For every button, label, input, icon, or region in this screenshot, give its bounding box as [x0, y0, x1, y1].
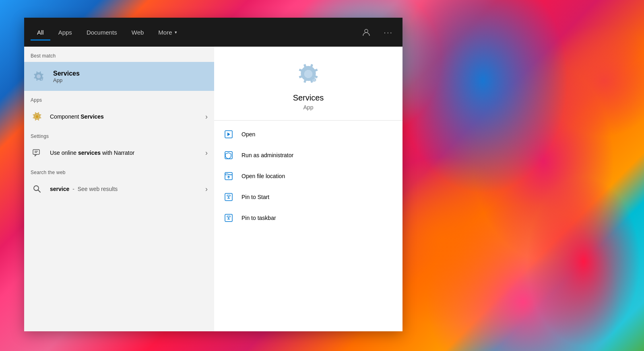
svg-rect-4: [33, 150, 39, 154]
web-search-text: service - See web results: [50, 186, 199, 192]
web-search-chevron: [205, 185, 208, 193]
services-icon: [31, 68, 47, 84]
pin-to-start-label: Pin to Start: [242, 194, 269, 200]
best-match-services[interactable]: Services App: [24, 62, 214, 91]
component-services-item[interactable]: Component Services: [24, 106, 214, 127]
open-icon: [224, 129, 233, 139]
nav-bar: All Apps Documents Web More ▾: [24, 18, 402, 47]
open-file-location-action[interactable]: Open file location: [214, 166, 402, 187]
services-large-icon: [295, 60, 322, 88]
svg-point-9: [304, 70, 312, 78]
svg-point-1: [37, 74, 41, 78]
best-match-title: Services: [53, 70, 208, 77]
svg-point-3: [35, 115, 39, 118]
action-list: Open Run as administrator: [214, 121, 402, 232]
svg-point-0: [365, 29, 368, 33]
narrator-services-item[interactable]: Use online services with Narrator: [24, 142, 214, 163]
best-match-subtitle: App: [53, 77, 208, 83]
run-as-admin-label: Run as administrator: [242, 152, 293, 158]
apps-section-label: Apps: [24, 91, 214, 106]
svg-rect-16: [227, 195, 230, 196]
pin-taskbar-icon: [224, 213, 233, 223]
run-as-admin-action[interactable]: Run as administrator: [214, 145, 402, 166]
app-name: Services: [293, 93, 324, 103]
pin-start-icon: [224, 192, 233, 202]
component-services-icon: [31, 110, 43, 123]
pin-start-svg: [224, 193, 233, 201]
content-area: Best match: [24, 47, 402, 331]
more-options-button[interactable]: ···: [380, 26, 396, 39]
user-icon: [362, 28, 371, 37]
user-account-button[interactable]: [359, 26, 374, 38]
ellipsis-icon: ···: [384, 28, 393, 37]
tab-all[interactable]: All: [31, 26, 50, 39]
component-services-text: Component Services: [50, 113, 199, 120]
pin-to-taskbar-label: Pin to taskbar: [242, 215, 276, 221]
svg-point-2: [41, 79, 42, 80]
pin-to-start-action[interactable]: Pin to Start: [214, 187, 402, 207]
svg-point-10: [314, 79, 315, 81]
settings-section-label: Settings: [24, 127, 214, 142]
best-match-label: Best match: [24, 47, 214, 62]
nav-tabs: All Apps Documents Web More ▾: [31, 26, 359, 39]
left-panel: Best match: [24, 47, 214, 331]
web-search-item[interactable]: service - See web results: [24, 179, 214, 199]
pin-taskbar-svg: [224, 213, 233, 222]
gear-icon: [31, 69, 46, 84]
shield-icon: [224, 151, 233, 160]
open-label: Open: [242, 131, 255, 138]
app-detail-icon: [294, 60, 323, 88]
app-type: App: [303, 104, 314, 111]
web-search-icon: [31, 183, 43, 195]
tab-web[interactable]: Web: [125, 26, 151, 39]
more-dropdown-arrow: ▾: [175, 30, 177, 35]
search-web-label: Search the web: [24, 163, 214, 179]
open-folder-icon: [224, 172, 233, 181]
tab-apps[interactable]: Apps: [52, 26, 78, 39]
right-panel: Services App Open: [214, 47, 402, 331]
search-window: All Apps Documents Web More ▾: [24, 18, 402, 331]
nav-actions: ···: [359, 26, 396, 39]
open-arrow-icon: [224, 130, 233, 139]
svg-rect-20: [227, 216, 230, 217]
narrator-services-chevron: [205, 149, 208, 157]
narrator-icon: [31, 146, 43, 159]
narrator-svg-icon: [32, 148, 42, 158]
app-detail-header: Services App: [214, 47, 402, 121]
open-file-location-label: Open file location: [242, 173, 285, 179]
tab-documents[interactable]: Documents: [80, 26, 124, 39]
component-services-chevron: [205, 113, 208, 121]
magnifier-icon: [33, 185, 41, 193]
component-gear-icon: [32, 111, 42, 122]
folder-icon: [224, 171, 233, 181]
tab-more[interactable]: More ▾: [152, 26, 183, 39]
run-admin-icon: [224, 150, 233, 160]
open-action[interactable]: Open: [214, 124, 402, 145]
narrator-services-text: Use online services with Narrator: [50, 150, 199, 156]
best-match-info: Services App: [53, 70, 208, 83]
svg-line-8: [38, 190, 41, 193]
pin-to-taskbar-action[interactable]: Pin to taskbar: [214, 207, 402, 228]
